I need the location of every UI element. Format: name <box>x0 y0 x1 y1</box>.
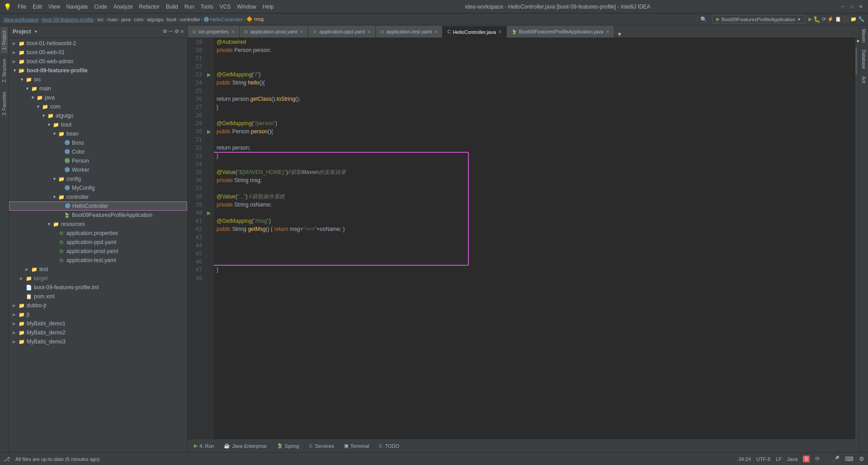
panel-dropdown-icon[interactable]: ▼ <box>34 29 38 34</box>
minimize-button[interactable]: ─ <box>839 3 846 10</box>
panel-settings-icon[interactable]: ⚙ <box>175 28 179 34</box>
tree-item-app-props[interactable]: ⚙ application.properties <box>9 229 187 238</box>
tree-item-target[interactable]: ▶ 📁 target <box>9 274 187 283</box>
tree-item-bean[interactable]: ▼ 📁 bean <box>9 129 187 138</box>
tab-app-test[interactable]: ⚙ application-test.yaml ✕ <box>376 26 443 38</box>
breadcrumb-main[interactable]: main <box>107 17 118 22</box>
tab-hello-controller[interactable]: C HelloController.java ✕ <box>443 26 507 38</box>
run-gutter-40[interactable]: ▶ <box>204 209 214 217</box>
breadcrumb-java[interactable]: java <box>122 17 131 22</box>
lang-toggle[interactable]: · <box>826 456 827 462</box>
run-gutter-23[interactable]: ▶ <box>204 70 214 79</box>
breadcrumb-com[interactable]: com <box>134 17 143 22</box>
tree-item-pom[interactable]: 📋 pom.xml <box>9 292 187 301</box>
maven-tab[interactable]: Maven <box>860 25 867 46</box>
tree-item-person[interactable]: 🅘 Person <box>9 156 187 165</box>
tree-item-myconfig[interactable]: 🅒 MyConfig <box>9 183 187 193</box>
tab-app-prod[interactable]: ⚙ application-prod.yaml ✕ <box>240 26 309 38</box>
tree-item-boot01[interactable]: ▶ 📁 boot-01-helloworld-2 <box>9 39 187 48</box>
keyboard-icon[interactable]: ⌨ <box>845 456 854 462</box>
toolbar-btn-2[interactable]: ⚡ <box>827 16 834 22</box>
tree-item-app-ppd[interactable]: ⚙ application-ppd.yaml <box>9 238 187 247</box>
tree-item-boot09[interactable]: ▼ 📂 boot-09-features-profile <box>9 66 187 75</box>
breadcrumb-boot[interactable]: boot <box>167 17 176 22</box>
toolbar-btn-1[interactable]: ⟳ <box>822 16 826 22</box>
line-separator[interactable]: LF <box>776 456 782 462</box>
tree-item-boot05web[interactable]: ▶ 📁 boot-05-web-01 <box>9 48 187 57</box>
stop-button[interactable]: ⬛ <box>843 16 849 22</box>
tree-item-test[interactable]: ▶ 📁 test <box>9 265 187 274</box>
tab-ion-properties[interactable]: ⚙ ion.properties ✕ <box>188 26 240 38</box>
breadcrumb-atguigu[interactable]: atguigu <box>147 17 163 22</box>
menu-build[interactable]: Build <box>163 3 181 11</box>
database-tab[interactable]: Database <box>860 46 867 73</box>
menu-edit[interactable]: Edit <box>30 3 45 11</box>
menu-navigate[interactable]: Navigate <box>64 3 90 11</box>
tab-boot09app[interactable]: 🍃 Boot09FeaturesProfileApplication.java … <box>507 26 614 38</box>
sidebar-favorites-tab[interactable]: 2: Favorites <box>1 88 8 119</box>
tab-close-icon[interactable]: ✕ <box>231 29 235 34</box>
todo-tab[interactable]: 6: TODO <box>375 442 404 450</box>
toolbar-btn-4[interactable]: 📁 <box>850 16 857 22</box>
panel-sync-icon[interactable]: ⚙ <box>163 28 167 34</box>
run-config[interactable]: ▶ Boot09FeaturesProfileApplication ▼ <box>712 15 805 23</box>
tree-item-boot09app[interactable]: 🍃 Boot09FeaturesProfileApplication <box>9 211 187 220</box>
tab-close-icon[interactable]: ✕ <box>434 29 438 34</box>
menu-analyze[interactable]: Analyze <box>111 3 136 11</box>
tree-item-app-test[interactable]: ⚙ application-test.yaml <box>9 256 187 265</box>
maximize-button[interactable]: □ <box>848 3 855 10</box>
tree-item-dubbo[interactable]: ▶ 📁 dubbo-jt <box>9 301 187 310</box>
code-editor[interactable]: 1920212223 2425262728 2930313233 3435363… <box>188 38 859 439</box>
tree-item-worker[interactable]: 🅒 Worker <box>9 165 187 174</box>
tree-item-app-prod[interactable]: ⚙ application-prod.yaml <box>9 247 187 256</box>
tree-item-com[interactable]: ▼ 📁 com <box>9 102 187 111</box>
debug-button[interactable]: 🐛 <box>813 16 821 23</box>
menu-code[interactable]: Code <box>91 3 110 11</box>
breadcrumb-workspace[interactable]: idea-workspace <box>4 17 38 22</box>
tree-item-color[interactable]: 🅒 Color <box>9 147 187 156</box>
breadcrumb-search-icon[interactable]: 🔍 <box>700 16 707 23</box>
menu-vcs[interactable]: VCS <box>217 3 234 11</box>
java-enterprise-tab[interactable]: ☕ Java Enterprise <box>219 442 271 450</box>
sidebar-structure-tab[interactable]: Z: Structure <box>1 55 8 86</box>
menu-help[interactable]: Help <box>260 3 277 11</box>
tree-item-atguigu[interactable]: ▼ 📁 atguigu <box>9 111 187 120</box>
panel-gear-icon[interactable]: ≡ <box>181 28 184 34</box>
breadcrumb-member[interactable]: 🔶 msg <box>246 16 264 22</box>
tree-item-main[interactable]: ▼ 📁 main <box>9 84 187 93</box>
panel-collapse-icon[interactable]: ─ <box>169 28 173 34</box>
tree-item-iml[interactable]: 📄 boot-09-features-profile.iml <box>9 283 187 292</box>
encoding-indicator[interactable]: UTF-8 <box>756 456 770 462</box>
menu-run[interactable]: Run <box>182 3 197 11</box>
breadcrumb-src[interactable]: src <box>97 17 104 22</box>
tab-close-icon[interactable]: ✕ <box>498 29 502 34</box>
tab-close-icon[interactable]: ✕ <box>300 29 303 34</box>
run-gutter-30[interactable]: ▶ <box>204 127 214 136</box>
tree-item-controller[interactable]: ▼ 📁 controller <box>9 193 187 202</box>
breadcrumb-file[interactable]: 🅒 HelloController <box>204 17 243 22</box>
breadcrumb-project[interactable]: boot-09-features-profile <box>42 17 94 22</box>
tree-item-boot05admin[interactable]: ▶ 📁 boot-05-web-admin <box>9 57 187 66</box>
tab-app-ppd[interactable]: ⚙ application-ppd.yaml ✕ <box>308 26 376 38</box>
services-tab[interactable]: 8: Services <box>305 442 339 450</box>
scrollbar-track[interactable] <box>855 38 859 439</box>
tree-item-mybatis1[interactable]: ▶ 📁 MyBatis_demo1 <box>9 319 187 328</box>
toolbar-btn-3[interactable]: 📋 <box>835 16 841 22</box>
language-indicator[interactable]: Java <box>787 456 797 462</box>
tree-item-jt[interactable]: ▶ 📁 jt <box>9 310 187 319</box>
run-tab[interactable]: ▶ 4: Run <box>189 442 218 450</box>
tab-close-icon[interactable]: ✕ <box>367 29 371 34</box>
toolbar-btn-5[interactable]: 🔧 <box>858 16 864 22</box>
run-button[interactable]: ▶ <box>808 16 812 22</box>
menu-tools[interactable]: Tools <box>198 3 216 11</box>
breadcrumb-controller[interactable]: controller <box>180 17 200 22</box>
chinese-icon[interactable]: 中 <box>815 456 820 462</box>
ant-tab[interactable]: Ant <box>860 73 867 87</box>
tree-item-resources[interactable]: ▼ 📁 resources <box>9 220 187 229</box>
close-button[interactable]: ✕ <box>857 3 864 10</box>
tree-item-mybatis3[interactable]: ▶ 📁 MyBatis_demo3 <box>9 337 187 346</box>
tree-item-config[interactable]: ▼ 📁 config <box>9 174 187 183</box>
tab-close-icon[interactable]: ✕ <box>606 29 609 34</box>
tree-item-hellocontroller[interactable]: 🅒 HelloController <box>9 202 187 211</box>
settings-icon[interactable]: ⚙ <box>859 456 864 462</box>
